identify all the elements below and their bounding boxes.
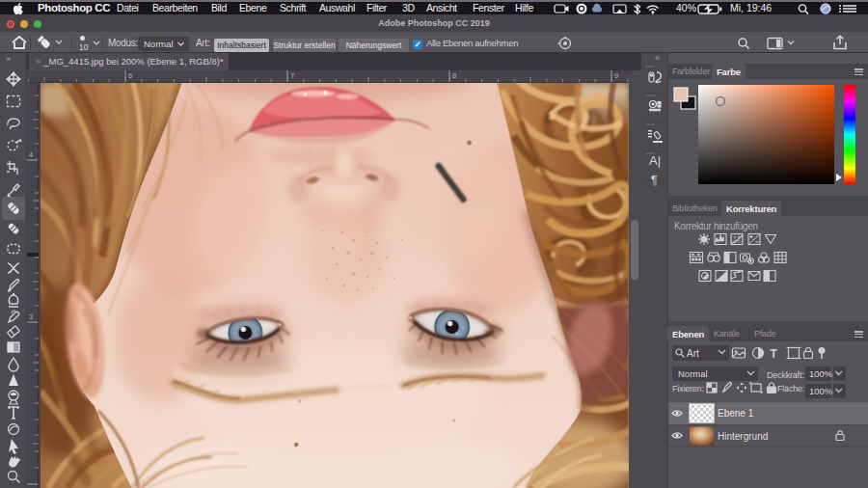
svg-text:A|: A| (649, 153, 661, 168)
svg-text:¶: ¶ (651, 174, 657, 187)
svg-text:3: 3 (29, 312, 33, 321)
svg-text:Deckkraft:: Deckkraft: (767, 370, 804, 380)
svg-text:Fixieren:: Fixieren: (672, 384, 704, 393)
svg-text:Ebene 1: Ebene 1 (718, 408, 754, 419)
svg-text:4: 4 (29, 150, 33, 159)
svg-text:9: 9 (614, 71, 618, 80)
svg-text:7: 7 (290, 71, 294, 80)
svg-text:Art: Art (687, 348, 699, 359)
svg-text:6: 6 (128, 71, 132, 80)
svg-text:Normal: Normal (678, 368, 708, 379)
svg-text:100%: 100% (809, 386, 833, 396)
svg-text:100%: 100% (809, 368, 833, 379)
svg-text:T: T (771, 347, 778, 361)
svg-text:Hintergrund: Hintergrund (718, 431, 768, 442)
svg-text:8: 8 (452, 71, 456, 80)
svg-text:Fläche:: Fläche: (777, 384, 804, 393)
